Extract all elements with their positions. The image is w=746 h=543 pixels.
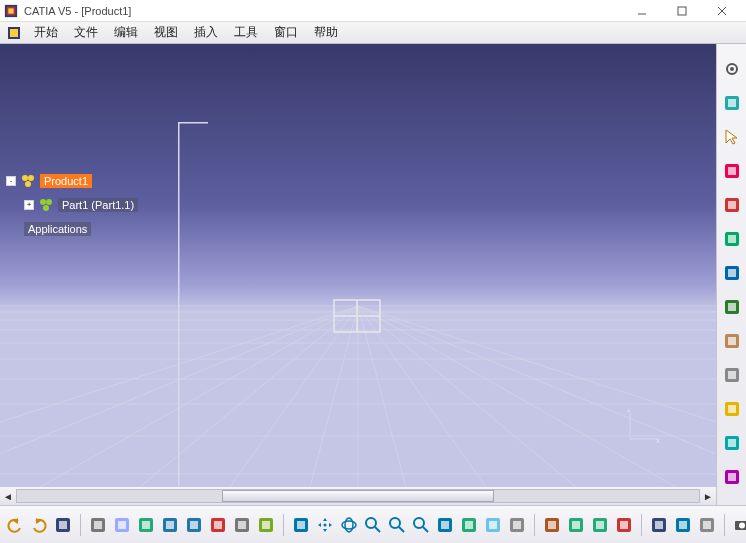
- undo-icon[interactable]: [6, 514, 24, 536]
- svg-rect-4: [678, 7, 686, 15]
- connect-icon[interactable]: [674, 514, 692, 536]
- zoom-in-icon[interactable]: [388, 514, 406, 536]
- link-icon[interactable]: [650, 514, 668, 536]
- svg-rect-105: [513, 521, 521, 529]
- svg-rect-109: [572, 521, 580, 529]
- tree-apps-label[interactable]: Applications: [24, 222, 91, 236]
- measure-between-icon[interactable]: [567, 514, 585, 536]
- axis-bracket: [178, 122, 218, 502]
- menu-tools[interactable]: 工具: [226, 22, 266, 43]
- overlay-icon[interactable]: [257, 514, 275, 536]
- svg-rect-74: [118, 521, 126, 529]
- render-style-icon[interactable]: [484, 514, 502, 536]
- swap-icon[interactable]: [508, 514, 526, 536]
- svg-rect-103: [489, 521, 497, 529]
- svg-rect-107: [548, 521, 556, 529]
- image-icon[interactable]: [113, 514, 131, 536]
- menu-insert[interactable]: 插入: [186, 22, 226, 43]
- svg-point-92: [366, 518, 376, 528]
- menu-view[interactable]: 视图: [146, 22, 186, 43]
- svg-point-40: [28, 175, 34, 181]
- new-product-icon[interactable]: [721, 262, 743, 284]
- toolbar-separator: [283, 514, 284, 536]
- axis-compass[interactable]: z x: [624, 409, 664, 445]
- menu-help[interactable]: 帮助: [306, 22, 346, 43]
- tree-applications[interactable]: Applications: [6, 220, 138, 238]
- svg-point-89: [324, 523, 327, 526]
- table-icon[interactable]: [185, 514, 203, 536]
- svg-rect-117: [679, 521, 687, 529]
- tree-child[interactable]: + Part1 (Part1.1): [6, 196, 138, 214]
- spreadsheet-icon[interactable]: [137, 514, 155, 536]
- svg-rect-48: [728, 99, 736, 107]
- menu-edit[interactable]: 编辑: [106, 22, 146, 43]
- settings-icon[interactable]: [721, 58, 743, 80]
- menu-start[interactable]: 开始: [26, 22, 66, 43]
- title-bar: CATIA V5 - [Product1]: [0, 0, 746, 22]
- tree-root[interactable]: - Product1: [6, 172, 138, 190]
- fix-icon[interactable]: [721, 432, 743, 454]
- expand-icon[interactable]: -: [6, 176, 16, 186]
- fit-all-icon[interactable]: [292, 514, 310, 536]
- new-part-icon[interactable]: [721, 296, 743, 318]
- document-icon[interactable]: [6, 25, 22, 41]
- function-icon[interactable]: [89, 514, 107, 536]
- sketch-icon[interactable]: [721, 160, 743, 182]
- pan-icon[interactable]: [316, 514, 334, 536]
- scroll-thumb[interactable]: [222, 490, 495, 502]
- existing-component-icon[interactable]: [721, 194, 743, 216]
- slot-icon[interactable]: [698, 514, 716, 536]
- redo-icon[interactable]: [30, 514, 48, 536]
- graph-tree-icon[interactable]: [721, 364, 743, 386]
- clash-icon[interactable]: [615, 514, 633, 536]
- product-icon: [20, 173, 36, 189]
- svg-rect-78: [166, 521, 174, 529]
- toolbar-separator: [641, 514, 642, 536]
- 3d-viewport[interactable]: z x - Product1 + Part1 (Part1.1) Applica…: [0, 44, 716, 505]
- svg-rect-50: [728, 167, 736, 175]
- rotate-icon[interactable]: [340, 514, 358, 536]
- new-component-icon[interactable]: [721, 228, 743, 250]
- hide-show-icon[interactable]: [460, 514, 478, 536]
- maximize-button[interactable]: [662, 1, 702, 21]
- zoom-out-icon[interactable]: [412, 514, 430, 536]
- menu-bar: 开始 文件 编辑 视图 插入 工具 窗口 帮助: [0, 22, 746, 44]
- move-icon[interactable]: [721, 92, 743, 114]
- svg-line-97: [423, 527, 428, 532]
- catalog-icon[interactable]: [161, 514, 179, 536]
- scroll-track[interactable]: [16, 489, 700, 503]
- svg-rect-84: [238, 521, 246, 529]
- look-at-icon[interactable]: [436, 514, 454, 536]
- tree-root-label[interactable]: Product1: [40, 174, 92, 188]
- measure-item-icon[interactable]: [591, 514, 609, 536]
- macro-icon[interactable]: [209, 514, 227, 536]
- expand-icon[interactable]: +: [24, 200, 34, 210]
- svg-point-41: [25, 181, 31, 187]
- lock-icon[interactable]: [233, 514, 251, 536]
- origin-marker: [333, 299, 381, 333]
- analyze-icon[interactable]: [721, 466, 743, 488]
- svg-rect-86: [262, 521, 270, 529]
- snapshot-icon[interactable]: [733, 514, 746, 536]
- spec-tree[interactable]: - Product1 + Part1 (Part1.1) Application…: [6, 172, 138, 244]
- horizontal-scrollbar[interactable]: ◄ ►: [0, 487, 716, 505]
- minimize-button[interactable]: [622, 1, 662, 21]
- zoom-window-icon[interactable]: [364, 514, 382, 536]
- formula-icon[interactable]: [54, 514, 72, 536]
- constraint-icon[interactable]: [721, 398, 743, 420]
- svg-rect-99: [441, 521, 449, 529]
- menu-file[interactable]: 文件: [66, 22, 106, 43]
- svg-rect-60: [728, 337, 736, 345]
- close-button[interactable]: [702, 1, 742, 21]
- scroll-right-arrow[interactable]: ►: [700, 488, 716, 504]
- svg-rect-115: [655, 521, 663, 529]
- cursor-icon[interactable]: [721, 126, 743, 148]
- right-toolbar: [716, 44, 746, 505]
- svg-point-39: [22, 175, 28, 181]
- tree-child-label[interactable]: Part1 (Part1.1): [58, 198, 138, 212]
- replace-icon[interactable]: [721, 330, 743, 352]
- menu-window[interactable]: 窗口: [266, 22, 306, 43]
- scroll-left-arrow[interactable]: ◄: [0, 488, 16, 504]
- apply-material-icon[interactable]: [543, 514, 561, 536]
- svg-rect-113: [620, 521, 628, 529]
